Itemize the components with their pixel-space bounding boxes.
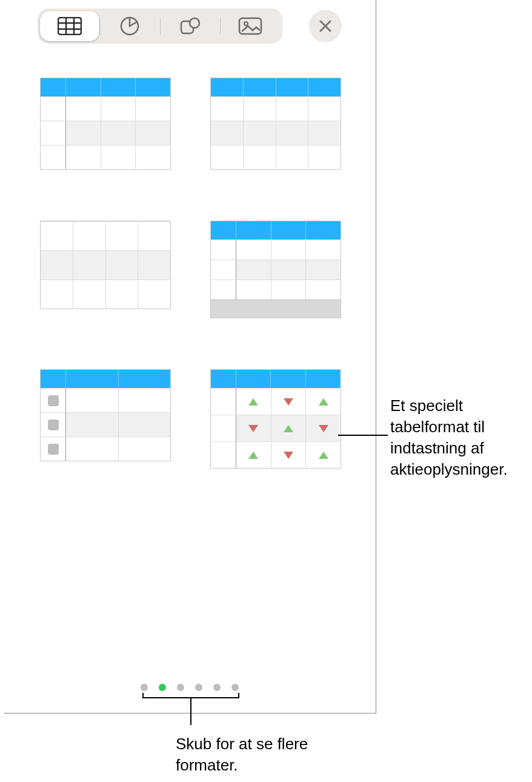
checkbox-icon [48,444,59,455]
page-dot-active[interactable] [159,684,166,691]
page-dot[interactable] [141,684,148,691]
insert-panel [4,0,376,713]
stock-up-icon [319,398,328,406]
svg-point-7 [190,18,199,28]
tab-media[interactable] [221,11,280,41]
stock-up-icon [248,398,258,406]
table-style-checklist[interactable] [40,369,171,469]
page-indicator[interactable] [141,684,239,691]
tab-shape[interactable] [161,11,220,41]
close-button[interactable] [309,10,342,42]
chart-icon [119,16,140,36]
callout-leader-line [338,435,388,436]
shape-icon [179,16,201,36]
page-dot[interactable] [231,684,239,691]
page-dot[interactable] [177,684,184,691]
checkbox-icon [48,395,59,406]
tab-chart[interactable] [100,11,159,41]
stock-down-icon [284,398,293,406]
svg-rect-0 [58,18,81,35]
table-style-stock[interactable] [210,369,341,469]
insert-toolbar [38,8,342,44]
stock-up-icon [248,452,258,459]
table-style-header-leftcol-footer[interactable] [210,221,341,318]
table-style-header-leftcol[interactable] [40,78,171,170]
stock-down-icon [284,452,293,459]
tab-table[interactable] [40,11,99,41]
svg-point-9 [244,22,248,25]
checkbox-icon [48,419,59,430]
stock-down-icon [319,425,328,432]
page-dot[interactable] [195,684,202,691]
stock-up-icon [284,425,293,432]
stock-down-icon [248,425,258,432]
table-icon [58,17,82,35]
media-icon [238,17,262,35]
stock-up-icon [319,452,328,459]
insert-category-tabs [38,8,282,44]
table-style-plain[interactable] [40,221,171,318]
table-style-header-only[interactable] [210,78,341,170]
callout-leader-line [190,697,191,725]
close-icon [319,19,332,33]
page-dot[interactable] [213,684,221,691]
callout-stock-style: Et specielt tabelformat til indtastning … [390,395,532,480]
callout-swipe: Skub for at se flere formater. [176,734,333,776]
table-style-grid [40,78,343,469]
